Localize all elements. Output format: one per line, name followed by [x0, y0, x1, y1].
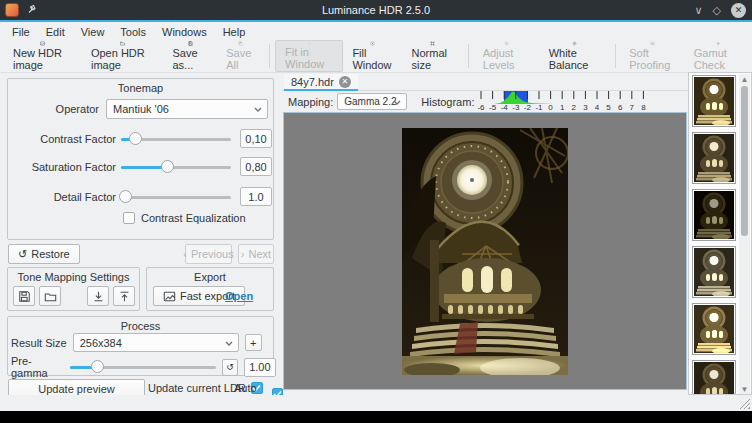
- result-size-label: Result Size: [11, 337, 67, 349]
- tonemap-panel: Tonemap Operator Mantiuk '06 Contrast Fa…: [0, 74, 281, 395]
- viewer-area: 84y7.hdr ✕ Mapping: Gamma 2.2 Histogram:: [282, 74, 688, 395]
- mapping-combobox[interactable]: Gamma 2.2: [337, 93, 407, 110]
- contrast-equalization-checkbox[interactable]: [123, 212, 135, 224]
- chevron-down-icon: [254, 107, 262, 112]
- menu-view[interactable]: View: [73, 25, 113, 39]
- preview-thumbnail-5[interactable]: [692, 303, 736, 355]
- mapping-histogram-row: Mapping: Gamma 2.2 Histogram:: [282, 91, 688, 112]
- undo-icon: ↺: [18, 248, 27, 261]
- svg-text:-1: -1: [536, 103, 544, 112]
- pre-gamma-reset-button[interactable]: ↺: [222, 359, 238, 376]
- contrast-equalization-label: Contrast Equalization: [141, 212, 246, 224]
- fetch-tm-settings-button[interactable]: [113, 286, 135, 306]
- pre-gamma-value[interactable]: 1.00: [244, 358, 276, 377]
- menu-edit[interactable]: Edit: [38, 25, 73, 39]
- minimize-icon[interactable]: ∨: [694, 5, 702, 16]
- tonemap-group-title: Tonemap: [8, 79, 273, 94]
- menu-file[interactable]: File: [4, 25, 38, 39]
- svg-text:1: 1: [560, 103, 565, 112]
- histogram-label: Histogram:: [421, 96, 474, 108]
- menu-help[interactable]: Help: [215, 25, 254, 39]
- preview-thumbnail-4[interactable]: [692, 246, 736, 298]
- normal-size-icon: [425, 41, 440, 46]
- maximize-icon[interactable]: ◇: [713, 5, 721, 16]
- chevron-down-icon: [393, 100, 401, 105]
- contrast-factor-slider[interactable]: [121, 132, 231, 146]
- svg-text:-4: -4: [501, 103, 509, 112]
- white-balance-button[interactable]: White Balance: [540, 40, 610, 72]
- scroll-down-icon: ▼: [739, 384, 750, 394]
- chevron-left-icon: ‹: [183, 248, 187, 260]
- toolbar: New HDR image Open HDR image Save as... …: [0, 40, 752, 73]
- svg-text:-2: -2: [524, 103, 532, 112]
- add-result-size-button[interactable]: +: [245, 334, 262, 351]
- svg-text:0: 0: [549, 103, 554, 112]
- svg-text:-3: -3: [513, 103, 521, 112]
- window-title: Luminance HDR 2.5.0: [0, 4, 752, 16]
- svg-text:5: 5: [607, 103, 612, 112]
- statusbar: [0, 395, 752, 411]
- save-as-button[interactable]: Save as...: [163, 40, 217, 72]
- contrast-factor-label: Contrast Factor: [8, 133, 121, 145]
- previous-button: ‹Previous: [185, 244, 232, 264]
- export-groupbox: Export Fast export Open: [146, 267, 274, 311]
- close-icon[interactable]: ✕: [731, 3, 746, 18]
- tonemap-groupbox: Tonemap Operator Mantiuk '06 Contrast Fa…: [7, 78, 274, 240]
- result-size-combobox[interactable]: 256x384: [73, 333, 239, 352]
- menu-tools[interactable]: Tools: [112, 25, 154, 39]
- saturation-factor-label: Saturation Factor: [8, 161, 121, 173]
- tab-84y7-hdr[interactable]: 84y7.hdr ✕: [284, 74, 358, 91]
- resize-grip[interactable]: [739, 398, 750, 409]
- load-tm-settings-button[interactable]: [39, 286, 61, 306]
- restore-button[interactable]: ↺Restore: [8, 244, 80, 264]
- menu-windows[interactable]: Windows: [154, 25, 215, 39]
- save-tm-settings-button[interactable]: [13, 286, 35, 306]
- open-hdr-image-button[interactable]: Open HDR image: [82, 40, 164, 72]
- chevron-down-icon: [225, 341, 233, 346]
- levels-icon: [499, 41, 514, 46]
- detail-factor-value[interactable]: 1.0: [240, 187, 272, 206]
- previews-panel: ▲ ▼: [688, 72, 752, 395]
- scrollbar-handle[interactable]: [741, 86, 748, 236]
- hdr-preview-image: [402, 128, 568, 375]
- new-hdr-image-button[interactable]: New HDR image: [4, 40, 82, 72]
- chevron-right-icon: ›: [241, 248, 245, 260]
- svg-text:-5: -5: [489, 103, 497, 112]
- tm-settings-title: Tone Mapping Settings: [8, 268, 139, 283]
- tabbar: 84y7.hdr ✕: [282, 74, 688, 91]
- gamut-check-button: Gamut Check: [685, 40, 752, 72]
- operator-combobox[interactable]: Mantiuk '06: [106, 99, 268, 119]
- histogram-ruler[interactable]: -6-5 -4-3 -2-1 01 23 45 67 8: [476, 91, 656, 112]
- thumbnails-scrollbar[interactable]: ▲ ▼: [739, 74, 750, 394]
- adjust-levels-button: Adjust Levels: [474, 40, 540, 72]
- app-window: Luminance HDR 2.5.0 ∨ ◇ ✕ File Edit View…: [0, 0, 752, 411]
- tab-close-icon[interactable]: ✕: [339, 76, 351, 88]
- undo-icon: ↺: [226, 362, 234, 372]
- gamut-triangle-icon: [711, 41, 726, 46]
- saturation-factor-value[interactable]: 0,80: [240, 157, 272, 176]
- contrast-factor-value[interactable]: 0,10: [240, 129, 272, 148]
- mapping-label: Mapping:: [288, 96, 333, 108]
- svg-text:2: 2: [572, 103, 577, 112]
- tm-settings-groupbox: Tone Mapping Settings: [7, 267, 140, 311]
- svg-text:6: 6: [618, 103, 623, 112]
- svg-text:-6: -6: [478, 103, 486, 112]
- preview-thumbnail-2[interactable]: [692, 132, 736, 184]
- image-viewport[interactable]: [283, 112, 687, 390]
- open-export-link[interactable]: Open: [225, 290, 253, 302]
- preview-thumbnail-6[interactable]: [692, 360, 736, 395]
- preview-thumbnail-1[interactable]: [692, 75, 736, 127]
- pre-gamma-slider[interactable]: [70, 360, 216, 374]
- saturation-factor-slider[interactable]: [121, 160, 231, 174]
- fill-window-button[interactable]: Fill Window: [343, 40, 402, 72]
- preview-thumbnail-3[interactable]: [692, 189, 736, 241]
- normal-size-button[interactable]: Normal size: [403, 40, 464, 72]
- sun-icon: [567, 41, 582, 46]
- plus-icon: +: [250, 337, 256, 349]
- save-icon: [18, 290, 31, 303]
- apply-tm-settings-button[interactable]: [87, 286, 109, 306]
- detail-factor-slider[interactable]: [121, 190, 231, 204]
- fit-window-icon: [302, 42, 317, 45]
- save-icon: [183, 41, 198, 46]
- menubar: File Edit View Tools Windows Help: [0, 24, 752, 40]
